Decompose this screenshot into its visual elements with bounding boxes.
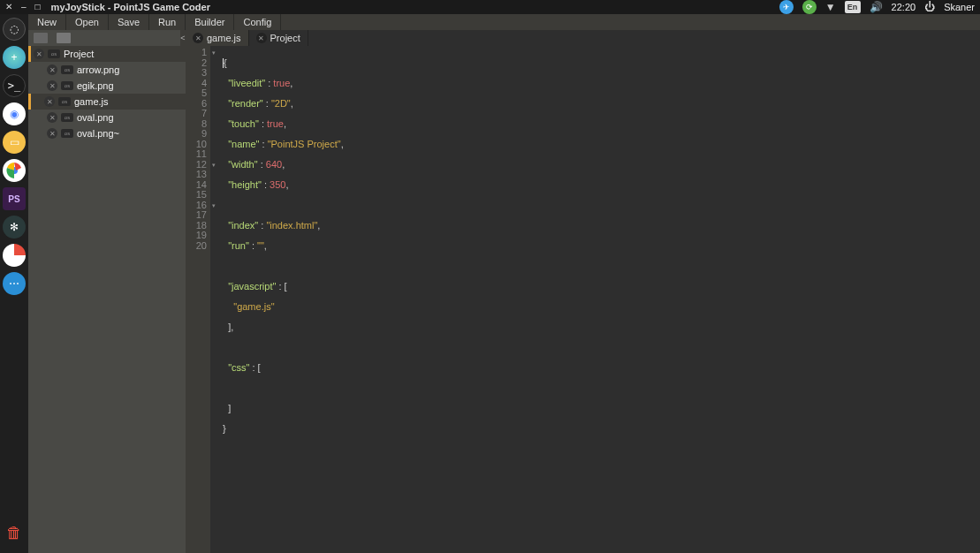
window-title: myJoyStick - PointJS Game Coder bbox=[51, 2, 210, 12]
file-icon: os bbox=[61, 65, 73, 74]
menu-open[interactable]: Open bbox=[66, 14, 109, 30]
close-icon[interactable]: ✕ bbox=[34, 49, 44, 59]
trash-icon[interactable]: 🗑 bbox=[3, 521, 26, 544]
line-gutter: 1 2 3 4 5 6 7 8 9 10 11 12 13 14 15 16 1… bbox=[186, 46, 210, 553]
close-icon[interactable]: ✕ bbox=[47, 128, 57, 139]
close-icon[interactable]: ✕ bbox=[47, 80, 57, 91]
tree-item[interactable]: ✕ os arrow.png bbox=[28, 62, 186, 78]
close-icon[interactable]: ✕ bbox=[47, 64, 57, 75]
more-apps-icon[interactable]: ⋯ bbox=[3, 272, 26, 295]
tree-item[interactable]: ✕ os oval.png bbox=[28, 110, 186, 125]
editor-tab-active[interactable]: ✕ Project bbox=[249, 30, 308, 46]
close-icon[interactable]: ✕ bbox=[256, 33, 267, 43]
launcher-dock: ◌ + >_ ◉ ▭ PS ✻ ⋯ 🗑 bbox=[0, 14, 28, 553]
keyboard-layout-indicator[interactable]: En bbox=[845, 1, 861, 13]
window-minimize-icon[interactable]: – bbox=[21, 3, 27, 11]
tab-label: game.js bbox=[207, 33, 241, 43]
close-icon[interactable]: ✕ bbox=[44, 96, 55, 107]
app-icon-1[interactable]: + bbox=[3, 46, 26, 69]
menu-config[interactable]: Config bbox=[234, 14, 281, 30]
file-icon: os bbox=[61, 129, 73, 138]
clock[interactable]: 22:20 bbox=[892, 2, 916, 12]
tree-item-label: arrow.png bbox=[77, 64, 119, 75]
tab-label: Project bbox=[270, 33, 300, 43]
tree-root-label: Project bbox=[64, 49, 94, 59]
power-icon[interactable]: ⏻ bbox=[924, 1, 935, 13]
tree-item-label: egik.png bbox=[77, 80, 114, 91]
sync-tray-icon[interactable]: ⟳ bbox=[802, 0, 817, 14]
dash-icon[interactable]: ◌ bbox=[3, 18, 26, 41]
user-menu[interactable]: Skaner bbox=[944, 2, 975, 12]
files-icon[interactable]: ▭ bbox=[3, 131, 26, 154]
chrome-icon[interactable] bbox=[3, 159, 26, 182]
code-editor[interactable]: 1 2 3 4 5 6 7 8 9 10 11 12 13 14 15 16 1… bbox=[186, 46, 980, 553]
project-icon: os bbox=[48, 49, 60, 58]
tree-root[interactable]: ✕ os Project bbox=[28, 46, 186, 62]
file-icon: os bbox=[58, 97, 71, 106]
file-icon: os bbox=[61, 81, 73, 90]
terminal-icon[interactable]: >_ bbox=[3, 74, 26, 97]
telegram-tray-icon[interactable]: ✈ bbox=[779, 0, 794, 14]
atom-icon[interactable]: ✻ bbox=[3, 216, 26, 239]
wifi-icon[interactable]: ▼ bbox=[825, 1, 836, 13]
tree-item[interactable]: ✕ os oval.png~ bbox=[28, 125, 186, 141]
menu-save[interactable]: Save bbox=[109, 14, 149, 30]
editor-tab[interactable]: ✕ game.js bbox=[186, 30, 249, 46]
system-panel: ✕ – □ myJoyStick - PointJS Game Coder ✈ … bbox=[0, 0, 980, 14]
tree-item-label: oval.png~ bbox=[77, 128, 119, 139]
menu-builder[interactable]: Builder bbox=[186, 14, 234, 30]
disk-usage-icon[interactable] bbox=[3, 244, 26, 267]
tree-item-active[interactable]: ✕ os game.js bbox=[28, 94, 186, 110]
close-icon[interactable]: ✕ bbox=[47, 112, 57, 123]
volume-icon[interactable]: 🔊 bbox=[870, 1, 883, 13]
folder-open-icon[interactable] bbox=[57, 33, 71, 43]
menu-run[interactable]: Run bbox=[149, 14, 186, 30]
phpstorm-icon[interactable]: PS bbox=[3, 187, 26, 210]
window-maximize-icon[interactable]: □ bbox=[35, 3, 41, 11]
file-tree: ✕ os Project ✕ os arrow.png ✕ os egik.pn… bbox=[28, 46, 186, 553]
tree-item[interactable]: ✕ os egik.png bbox=[28, 78, 186, 94]
folder-icon[interactable] bbox=[34, 33, 48, 43]
file-icon: os bbox=[61, 113, 73, 122]
menu-bar: New Open Save Run Builder Config bbox=[28, 14, 980, 30]
code-area[interactable]: { "liveedit" : true, "render" : "2D", "t… bbox=[210, 46, 980, 553]
window-close-icon[interactable]: ✕ bbox=[5, 3, 12, 11]
tree-item-label: oval.png bbox=[77, 112, 114, 123]
menu-new[interactable]: New bbox=[28, 14, 66, 30]
editor-tab-bar: ✕ game.js ✕ Project bbox=[186, 30, 980, 46]
tree-item-label: game.js bbox=[74, 96, 109, 107]
close-icon[interactable]: ✕ bbox=[193, 33, 203, 43]
camera-icon[interactable]: ◉ bbox=[3, 102, 26, 125]
